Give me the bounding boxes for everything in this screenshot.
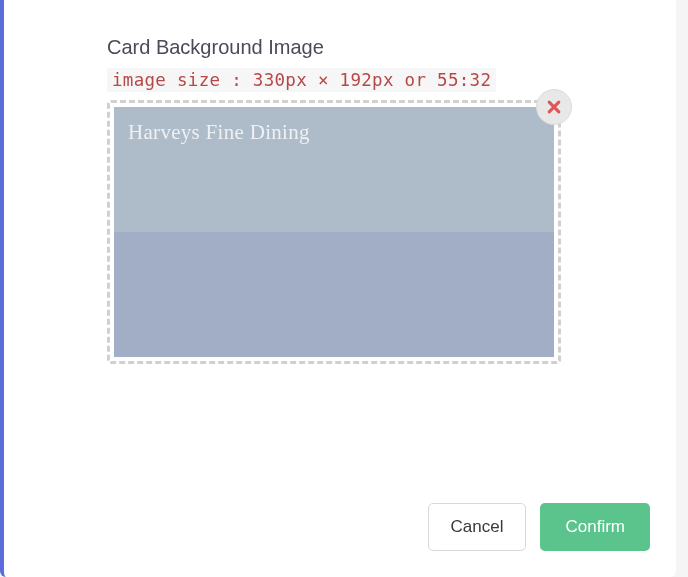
remove-image-button[interactable] bbox=[536, 89, 572, 125]
image-caption: Harveys Fine Dining bbox=[128, 120, 310, 145]
cancel-button[interactable]: Cancel bbox=[428, 503, 527, 551]
confirm-button[interactable]: Confirm bbox=[540, 503, 650, 551]
modal-panel: Card Background Image image size : 330px… bbox=[0, 0, 676, 577]
image-size-hint: image size : 330px × 192px or 55:32 bbox=[107, 68, 496, 92]
image-dropzone[interactable]: Harveys Fine Dining bbox=[107, 100, 561, 364]
image-preview-bottom bbox=[114, 232, 554, 357]
section-title: Card Background Image bbox=[107, 36, 676, 59]
modal-content: Card Background Image image size : 330px… bbox=[4, 0, 676, 364]
close-icon bbox=[547, 100, 561, 114]
modal-footer: Cancel Confirm bbox=[428, 503, 650, 551]
image-preview: Harveys Fine Dining bbox=[114, 107, 554, 357]
image-preview-top: Harveys Fine Dining bbox=[114, 107, 554, 232]
